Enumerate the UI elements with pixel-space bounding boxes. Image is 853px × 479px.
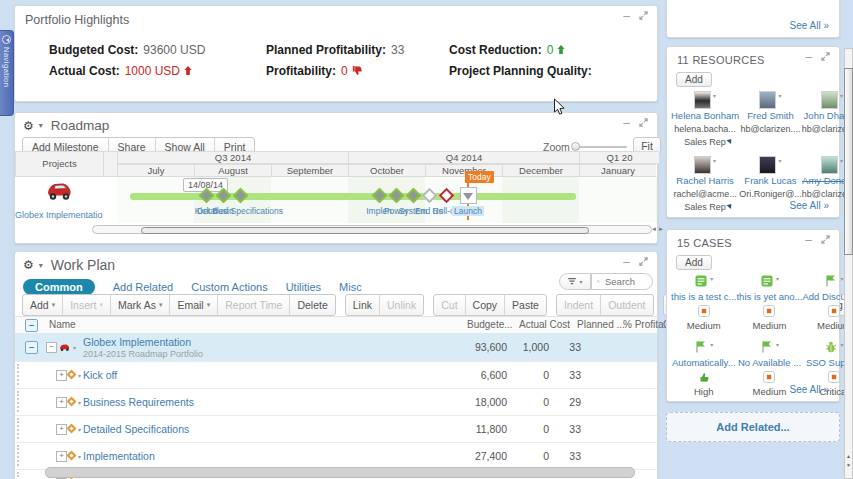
roadmap-hscrollbar[interactable]: ◄► [92, 225, 652, 234]
see-all-link[interactable]: See All » [790, 384, 829, 395]
table-row[interactable]: +▾Detailed Specifications11,800033 [15, 415, 657, 443]
row-name[interactable]: Kick off [83, 369, 117, 381]
select-all-checkbox[interactable]: – [25, 319, 38, 332]
case-title[interactable]: No Available ... [736, 357, 802, 368]
caret-down-icon[interactable]: ▾ [776, 341, 779, 348]
scroll-arrows-icon[interactable]: ◄► [651, 226, 665, 232]
search-input[interactable] [603, 275, 647, 288]
resource-name[interactable]: Fred Smith [739, 110, 802, 121]
search-box[interactable] [591, 273, 653, 290]
add-related-button[interactable]: Add Related... [666, 412, 840, 442]
column-header-planned[interactable]: Planned ... [577, 319, 625, 330]
add-case-button[interactable]: Add [676, 255, 712, 270]
caret-down-icon[interactable]: ▾ [713, 92, 716, 99]
expand-toggle[interactable]: + [56, 424, 67, 435]
expand-panel-icon[interactable] [639, 11, 648, 21]
caret-down-icon[interactable]: ▾ [78, 426, 81, 433]
minimize-icon[interactable]: – [623, 11, 630, 21]
project-name[interactable]: Globex Implementation [15, 210, 103, 220]
row-name[interactable]: Business Requirements [83, 396, 194, 408]
table-row[interactable]: +▾Implementation27,400033 [15, 442, 657, 470]
resource-card[interactable]: ▾Rachel Harrisrachel@acme...Sales Rep [671, 156, 739, 212]
table-row[interactable]: +▾Business Requirements18,000029 [15, 388, 657, 416]
caret-down-icon[interactable]: ▾ [78, 372, 81, 379]
expand-panel-icon[interactable] [821, 52, 830, 62]
email-button[interactable]: Email▾ [170, 295, 218, 315]
zoom-slider[interactable] [573, 146, 627, 148]
milestone-label[interactable]: Detailed Specifications [185, 206, 295, 216]
row-name[interactable]: Implementation [83, 450, 155, 462]
milestone-selected[interactable] [460, 187, 477, 204]
page-vscrollbar-thumb[interactable] [844, 68, 853, 255]
gear-icon[interactable]: ⚙ [23, 258, 34, 272]
expand-toggle[interactable]: + [56, 397, 67, 408]
column-header-name[interactable]: Name [49, 319, 76, 330]
case-title[interactable]: Automatically... [671, 357, 736, 368]
row-checkbox[interactable]: – [25, 341, 38, 354]
scrollbar-arrows-icon[interactable]: ▲▼ [845, 452, 852, 470]
caret-down-icon[interactable]: ▾ [713, 157, 716, 164]
minimize-icon[interactable]: – [805, 52, 812, 62]
expand-panel-icon[interactable] [639, 257, 648, 267]
caret-down-icon[interactable]: ▾ [840, 157, 843, 164]
project-car-icon[interactable] [43, 180, 75, 206]
tab-custom-actions[interactable]: Custom Actions [191, 281, 267, 293]
roadmap-hscrollbar-thumb[interactable] [141, 227, 589, 234]
see-all-link[interactable]: See All » [790, 200, 829, 211]
expand-panel-icon[interactable] [821, 235, 830, 245]
row-name[interactable]: Globex Implementation2014-2015 Roadmap P… [83, 336, 203, 359]
see-all-link[interactable]: See All » [790, 20, 829, 31]
caret-down-icon[interactable]: ▾ [840, 92, 843, 99]
expand-toggle[interactable]: + [56, 370, 67, 381]
case-title[interactable]: this is a test c... [671, 291, 736, 302]
case-card[interactable]: ▾Automatically...High [671, 340, 736, 397]
caret-down-icon[interactable]: ▾ [710, 275, 713, 282]
workplan-hscrollbar-thumb[interactable] [45, 467, 635, 478]
caret-down-icon[interactable]: ▾ [778, 157, 781, 164]
delete-button[interactable]: Delete [290, 295, 334, 315]
collapse-toggle[interactable]: − [46, 342, 57, 353]
mark-as-button[interactable]: Mark As▾ [111, 295, 170, 315]
tab-add-related[interactable]: Add Related [113, 281, 174, 293]
tab-misc[interactable]: Misc [339, 281, 362, 293]
caret-down-icon[interactable]: ▾ [778, 92, 781, 99]
row-name[interactable]: Detailed Specifications [83, 423, 189, 435]
milestone-label[interactable]: Launch [413, 206, 523, 216]
column-header-actual-cost[interactable]: Actual Cost [519, 319, 570, 330]
minimize-icon[interactable]: – [623, 257, 630, 267]
paste-button[interactable]: Paste [505, 295, 546, 315]
case-card[interactable]: ▾this is a test c...Medium [671, 274, 736, 331]
gear-icon[interactable]: ⚙ [23, 119, 34, 133]
column-header-budgeted[interactable]: Budgete... [467, 319, 513, 330]
caret-down-icon[interactable]: ▾ [776, 275, 779, 282]
link-button[interactable]: Link [346, 295, 380, 315]
resource-name[interactable]: Rachel Harris [671, 175, 739, 186]
table-row[interactable]: –−▾Globex Implementation2014-2015 Roadma… [15, 333, 657, 362]
expand-toggle[interactable]: + [56, 451, 67, 462]
resource-card[interactable]: ▾Helena Bonhamhelena.bacha...Sales Rep [671, 91, 739, 147]
expand-panel-icon[interactable] [639, 118, 648, 128]
add-resource-button[interactable]: Add [676, 72, 712, 87]
navigation-tab[interactable]: Navigation [0, 30, 14, 116]
case-card[interactable]: ▾this is yet ano...Medium [736, 274, 802, 331]
table-row[interactable]: +▾Kick off6,600033 [15, 361, 657, 389]
filter-button[interactable]: ▾ [559, 273, 591, 290]
zoom-slider-knob[interactable] [571, 142, 580, 151]
copy-button[interactable]: Copy [466, 295, 506, 315]
add-button[interactable]: Add▾ [23, 295, 63, 315]
minimize-icon[interactable]: – [623, 118, 630, 128]
caret-down-icon[interactable]: ▾ [710, 341, 713, 348]
resource-name[interactable]: Frank Lucas [739, 175, 802, 186]
timeline-bar[interactable] [130, 193, 576, 200]
resource-name[interactable]: Helena Bonham [671, 110, 739, 121]
tab-common[interactable]: Common [23, 279, 95, 295]
caret-down-icon[interactable]: ▾ [73, 344, 76, 351]
case-title[interactable]: this is yet ano... [736, 291, 802, 302]
caret-down-icon[interactable]: ▾ [78, 453, 81, 460]
caret-down-icon[interactable]: ▾ [840, 275, 843, 282]
tab-utilities[interactable]: Utilities [286, 281, 321, 293]
minimize-icon[interactable]: – [805, 235, 812, 245]
caret-down-icon[interactable]: ▾ [840, 341, 843, 348]
caret-down-icon[interactable]: ▾ [78, 399, 81, 406]
resource-card[interactable]: ▾Fred Smithhb@clarizen.... [739, 91, 802, 147]
